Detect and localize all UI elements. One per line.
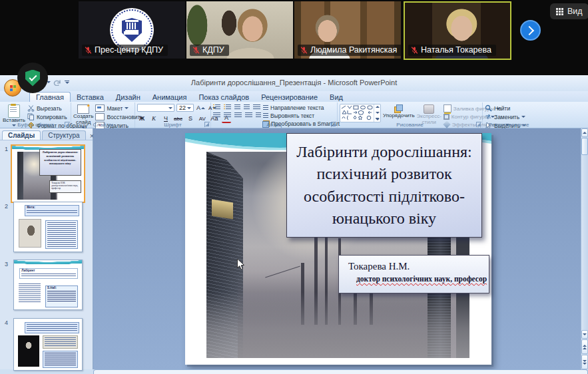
dialog-launcher-icon[interactable]	[476, 122, 481, 127]
thumb-text-lines	[27, 210, 77, 214]
slides-panel-tabs: Слайды Структура ×	[0, 128, 93, 140]
slide-title-box[interactable]: Лабіринти дорослішання: психічний розвит…	[286, 133, 482, 238]
slide-thumbnail-2[interactable]: Мета:	[13, 202, 83, 252]
bullets-icon[interactable]	[213, 104, 220, 110]
arrange-icon	[394, 104, 403, 113]
new-slide-icon	[77, 104, 89, 114]
customize-qat-icon[interactable]	[65, 81, 69, 85]
dialog-launcher-icon[interactable]	[331, 122, 336, 127]
line-spacing-icon[interactable]	[253, 104, 260, 110]
ribbon-group-drawing: Упорядочить Экспресс-стили Заливка фигур…	[338, 102, 483, 128]
align-center-icon[interactable]	[224, 112, 231, 118]
columns-icon[interactable]	[256, 112, 261, 118]
font-size-combobox[interactable]: 22	[176, 104, 194, 112]
dialog-launcher-icon[interactable]	[65, 122, 70, 127]
group-label-slides: Слайды	[71, 122, 135, 128]
next-participants-button[interactable]	[520, 20, 541, 41]
align-text-button[interactable]: Выровнять текст	[263, 112, 340, 119]
muted-mic-icon	[300, 47, 308, 54]
slide-editing-area[interactable]: Лабіринти дорослішання: психічний розвит…	[93, 128, 588, 369]
gallery-view-grid-icon	[556, 8, 563, 15]
slide-thumbnail-3[interactable]: Лабіринт S.Hall:	[13, 260, 83, 310]
align-right-icon[interactable]	[234, 112, 242, 118]
ribbon-group-font: 22 A A Ж К Ч abc S AV Аа А Шрифт	[135, 102, 211, 128]
slide-number: 3	[5, 261, 8, 268]
scrollbar-thumb[interactable]	[581, 138, 588, 155]
tab-view[interactable]: Вид	[324, 93, 349, 102]
increase-indent-icon[interactable]	[244, 104, 250, 110]
tab-slideshow[interactable]: Показ слайдов	[192, 93, 255, 102]
tab-home[interactable]: Главная	[29, 92, 71, 102]
copy-icon	[27, 113, 35, 120]
font-name-combobox[interactable]	[137, 104, 174, 112]
tab-animation[interactable]: Анимация	[147, 93, 193, 102]
powerpoint-window: Лабіринти дорослішання_Презентація - Mic…	[0, 75, 588, 374]
thumb-author-box: Токарева Н.М. доктор психологічних наук,…	[49, 180, 81, 192]
slide-author-box[interactable]: Токарева Н.М. доктор психологічних наук,…	[338, 255, 489, 293]
gallery-more-icon[interactable]	[376, 118, 380, 120]
thumb-text-lines	[47, 222, 76, 247]
slide-number: 2	[5, 203, 8, 210]
text-direction-icon	[263, 105, 268, 111]
slide-thumbnail-1-selected[interactable]: Лабіринти дорослішання: психічний розвит…	[11, 144, 85, 203]
tab-outline[interactable]: Структура	[42, 130, 85, 140]
university-emblem-icon	[122, 18, 142, 42]
slide-canvas[interactable]: Лабіринти дорослішання: психічний розвит…	[185, 133, 491, 365]
scroll-down-button[interactable]	[581, 330, 588, 339]
muted-mic-icon	[85, 47, 92, 54]
notes-pane-edge[interactable]	[93, 369, 588, 374]
shield-check-icon	[25, 70, 40, 87]
replace-button[interactable]: Заменить	[485, 113, 526, 120]
quick-styles-icon	[424, 104, 434, 114]
tab-insert[interactable]: Вставка	[71, 93, 110, 102]
shared-screen: Прес-центр КДПУ КДПУ Людмила Ракитянская…	[0, 0, 588, 374]
window-titlebar: Лабіринти дорослішання_Презентація - Mic…	[0, 75, 588, 92]
participant-name-tag: КДПУ	[190, 45, 229, 56]
participant-name: Наталья Токарева	[421, 45, 491, 55]
find-button[interactable]: Найти	[485, 104, 526, 112]
thumb-portrait-photo	[18, 335, 39, 367]
next-slide-button[interactable]	[581, 355, 588, 369]
ribbon: Вставить Вырезать Копировать Формат по о…	[0, 102, 588, 128]
decrease-indent-icon[interactable]	[234, 104, 240, 110]
ribbon-group-clipboard: Вставить Вырезать Копировать Формат по о…	[1, 102, 71, 128]
mouse-cursor	[236, 258, 245, 271]
scroll-up-button[interactable]	[581, 128, 588, 137]
previous-slide-button[interactable]	[581, 339, 588, 354]
thumb-text-box	[43, 335, 78, 349]
paste-icon	[8, 104, 20, 118]
align-left-icon[interactable]	[213, 112, 220, 118]
participant-tile-tokareva-active-speaker[interactable]: Наталья Токарева	[404, 1, 511, 60]
text-direction-button[interactable]: Направление текста	[263, 104, 340, 111]
thumb-title-box: Лабіринти дорослішання: психічний розвит…	[39, 149, 81, 176]
shapes-gallery-scroll[interactable]	[374, 104, 380, 122]
dialog-launcher-icon[interactable]	[204, 122, 210, 127]
shapes-gallery[interactable]	[340, 104, 381, 122]
thumb-text-lines	[19, 283, 41, 303]
tab-review[interactable]: Рецензирование	[255, 93, 324, 102]
tab-design[interactable]: Дизайн	[110, 93, 147, 102]
justify-icon[interactable]	[245, 112, 252, 118]
view-button[interactable]: Вид	[550, 3, 588, 19]
scroll-down-icon[interactable]	[376, 112, 380, 114]
participant-tile-rakityanskaya[interactable]: Людмила Ракитянская	[294, 1, 401, 59]
arrange-button[interactable]: Упорядочить	[383, 104, 415, 119]
screenshare-security-badge	[17, 63, 48, 93]
view-button-label: Вид	[567, 7, 583, 16]
grow-font-button[interactable]: A	[196, 104, 206, 112]
slide-number: 1	[5, 146, 8, 152]
thumb-text-lines	[47, 291, 76, 302]
scroll-up-icon[interactable]	[376, 106, 380, 108]
slide-thumbnail-4[interactable]	[13, 318, 83, 371]
layout-icon	[95, 104, 105, 112]
tab-slides-thumbnails[interactable]: Слайды	[2, 130, 41, 140]
group-label-clipboard: Буфер обмена	[1, 122, 71, 128]
ribbon-group-paragraph: Направление текста Выровнять текст Преоб…	[211, 102, 338, 128]
slide-number: 4	[5, 319, 8, 326]
numbering-icon[interactable]	[224, 104, 231, 110]
participant-tile-kdpu[interactable]: КДПУ	[186, 1, 293, 59]
vertical-scrollbar[interactable]	[581, 128, 588, 369]
participant-name-tag: Наталья Токарева	[408, 45, 496, 56]
participant-tile-press-center[interactable]: Прес-центр КДПУ	[79, 1, 185, 59]
redo-icon[interactable]	[53, 79, 62, 86]
